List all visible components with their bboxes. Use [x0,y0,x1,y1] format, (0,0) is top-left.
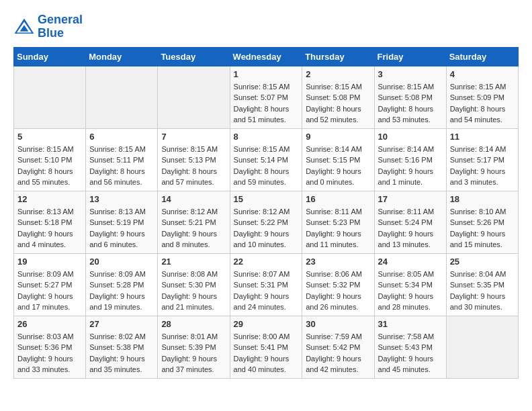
calendar-cell: 13 Sunrise: 8:13 AM Sunset: 5:19 PM Dayl… [86,191,158,253]
day-number: 24 [378,257,443,267]
calendar-cell: 6 Sunrise: 8:15 AM Sunset: 5:11 PM Dayli… [86,128,158,191]
calendar-cell: 8 Sunrise: 8:15 AM Sunset: 5:14 PM Dayli… [230,128,302,191]
day-detail: Sunrise: 8:15 AM Sunset: 5:09 PM Dayligh… [450,81,515,126]
calendar-cell: 27 Sunrise: 8:02 AM Sunset: 5:38 PM Dayl… [86,316,158,378]
calendar-cell: 25 Sunrise: 8:04 AM Sunset: 5:35 PM Dayl… [446,253,518,316]
logo-text: General Blue [38,13,83,40]
day-number: 28 [161,319,226,329]
day-number: 2 [306,69,370,79]
day-number: 23 [306,257,370,267]
weekday-header: Sunday [14,47,86,66]
day-number: 19 [17,257,82,267]
day-number: 31 [378,319,443,329]
calendar-cell: 15 Sunrise: 8:12 AM Sunset: 5:22 PM Dayl… [230,191,302,253]
calendar-cell: 7 Sunrise: 8:15 AM Sunset: 5:13 PM Dayli… [158,128,230,191]
day-number: 12 [17,194,82,204]
calendar-cell: 29 Sunrise: 8:00 AM Sunset: 5:41 PM Dayl… [230,316,302,378]
day-detail: Sunrise: 8:07 AM Sunset: 5:31 PM Dayligh… [234,269,299,313]
calendar-week-row: 5 Sunrise: 8:15 AM Sunset: 5:10 PM Dayli… [14,128,519,191]
calendar-cell: 22 Sunrise: 8:07 AM Sunset: 5:31 PM Dayl… [230,253,302,316]
weekday-header: Friday [374,47,446,66]
day-number: 21 [161,257,226,267]
calendar-cell: 26 Sunrise: 8:03 AM Sunset: 5:36 PM Dayl… [14,316,86,378]
day-number: 30 [306,319,370,329]
calendar-cell: 4 Sunrise: 8:15 AM Sunset: 5:09 PM Dayli… [446,66,518,128]
calendar-week-row: 19 Sunrise: 8:09 AM Sunset: 5:27 PM Dayl… [14,253,519,316]
day-detail: Sunrise: 8:10 AM Sunset: 5:26 PM Dayligh… [450,206,515,250]
day-detail: Sunrise: 8:13 AM Sunset: 5:19 PM Dayligh… [89,206,154,250]
logo-icon [13,17,35,36]
day-detail: Sunrise: 8:04 AM Sunset: 5:35 PM Dayligh… [450,269,515,313]
calendar-cell [86,66,158,128]
day-detail: Sunrise: 8:06 AM Sunset: 5:32 PM Dayligh… [306,269,370,313]
calendar-cell: 14 Sunrise: 8:12 AM Sunset: 5:21 PM Dayl… [158,191,230,253]
calendar-cell [14,66,86,128]
day-number: 7 [161,132,226,142]
calendar-cell: 18 Sunrise: 8:10 AM Sunset: 5:26 PM Dayl… [446,191,518,253]
day-detail: Sunrise: 8:08 AM Sunset: 5:30 PM Dayligh… [161,269,226,313]
calendar-cell: 5 Sunrise: 8:15 AM Sunset: 5:10 PM Dayli… [14,128,86,191]
day-number: 11 [450,132,515,142]
calendar-cell: 28 Sunrise: 8:01 AM Sunset: 5:39 PM Dayl… [158,316,230,378]
day-number: 22 [234,257,299,267]
calendar-cell: 23 Sunrise: 8:06 AM Sunset: 5:32 PM Dayl… [302,253,374,316]
calendar-cell: 1 Sunrise: 8:15 AM Sunset: 5:07 PM Dayli… [230,66,302,128]
day-detail: Sunrise: 8:15 AM Sunset: 5:08 PM Dayligh… [378,81,443,126]
day-number: 14 [161,194,226,204]
day-detail: Sunrise: 8:15 AM Sunset: 5:11 PM Dayligh… [89,144,154,188]
calendar-cell: 11 Sunrise: 8:14 AM Sunset: 5:17 PM Dayl… [446,128,518,191]
day-number: 15 [234,194,299,204]
calendar-cell [446,316,518,378]
day-number: 25 [450,257,515,267]
calendar-week-row: 26 Sunrise: 8:03 AM Sunset: 5:36 PM Dayl… [14,316,519,378]
day-number: 29 [234,319,299,329]
day-number: 10 [378,132,443,142]
day-number: 8 [234,132,299,142]
day-detail: Sunrise: 8:00 AM Sunset: 5:41 PM Dayligh… [234,331,299,375]
calendar-cell: 30 Sunrise: 7:59 AM Sunset: 5:42 PM Dayl… [302,316,374,378]
weekday-header: Monday [86,47,158,66]
day-detail: Sunrise: 8:14 AM Sunset: 5:17 PM Dayligh… [450,144,515,188]
day-detail: Sunrise: 8:13 AM Sunset: 5:18 PM Dayligh… [17,206,82,250]
day-detail: Sunrise: 7:59 AM Sunset: 5:42 PM Dayligh… [306,331,370,375]
calendar-cell: 24 Sunrise: 8:05 AM Sunset: 5:34 PM Dayl… [374,253,446,316]
calendar-cell: 21 Sunrise: 8:08 AM Sunset: 5:30 PM Dayl… [158,253,230,316]
weekday-header: Thursday [302,47,374,66]
day-detail: Sunrise: 8:15 AM Sunset: 5:08 PM Dayligh… [306,81,370,126]
calendar-cell: 2 Sunrise: 8:15 AM Sunset: 5:08 PM Dayli… [302,66,374,128]
day-detail: Sunrise: 8:14 AM Sunset: 5:15 PM Dayligh… [306,144,370,188]
day-number: 13 [89,194,154,204]
day-detail: Sunrise: 8:15 AM Sunset: 5:14 PM Dayligh… [234,144,299,188]
day-detail: Sunrise: 8:14 AM Sunset: 5:16 PM Dayligh… [378,144,443,188]
day-number: 4 [450,69,515,79]
logo: General Blue [13,13,83,40]
calendar-cell: 16 Sunrise: 8:11 AM Sunset: 5:23 PM Dayl… [302,191,374,253]
day-detail: Sunrise: 8:11 AM Sunset: 5:23 PM Dayligh… [306,206,370,250]
day-detail: Sunrise: 8:05 AM Sunset: 5:34 PM Dayligh… [378,269,443,313]
day-detail: Sunrise: 8:02 AM Sunset: 5:38 PM Dayligh… [89,331,154,375]
day-detail: Sunrise: 8:01 AM Sunset: 5:39 PM Dayligh… [161,331,226,375]
calendar-week-row: 12 Sunrise: 8:13 AM Sunset: 5:18 PM Dayl… [14,191,519,253]
day-number: 20 [89,257,154,267]
day-number: 3 [378,69,443,79]
calendar-cell: 31 Sunrise: 7:58 AM Sunset: 5:43 PM Dayl… [374,316,446,378]
day-number: 26 [17,319,82,329]
calendar-cell: 10 Sunrise: 8:14 AM Sunset: 5:16 PM Dayl… [374,128,446,191]
calendar-cell: 20 Sunrise: 8:09 AM Sunset: 5:28 PM Dayl… [86,253,158,316]
calendar-cell: 3 Sunrise: 8:15 AM Sunset: 5:08 PM Dayli… [374,66,446,128]
day-number: 27 [89,319,154,329]
calendar-week-row: 1 Sunrise: 8:15 AM Sunset: 5:07 PM Dayli… [14,66,519,128]
day-detail: Sunrise: 7:58 AM Sunset: 5:43 PM Dayligh… [378,331,443,375]
weekday-header: Tuesday [158,47,230,66]
weekday-header: Wednesday [230,47,302,66]
page-header: General Blue [13,13,519,40]
day-detail: Sunrise: 8:12 AM Sunset: 5:21 PM Dayligh… [161,206,226,250]
calendar-cell: 17 Sunrise: 8:11 AM Sunset: 5:24 PM Dayl… [374,191,446,253]
day-detail: Sunrise: 8:03 AM Sunset: 5:36 PM Dayligh… [17,331,82,375]
day-number: 9 [306,132,370,142]
calendar-cell: 12 Sunrise: 8:13 AM Sunset: 5:18 PM Dayl… [14,191,86,253]
day-number: 6 [89,132,154,142]
day-number: 16 [306,194,370,204]
day-detail: Sunrise: 8:09 AM Sunset: 5:27 PM Dayligh… [17,269,82,313]
calendar-cell: 19 Sunrise: 8:09 AM Sunset: 5:27 PM Dayl… [14,253,86,316]
